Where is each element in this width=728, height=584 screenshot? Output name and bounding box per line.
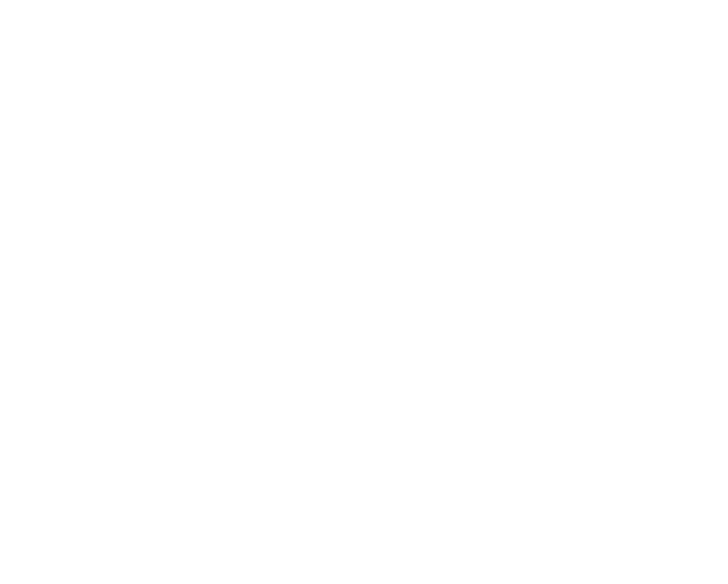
quiz-container [0,0,728,11]
